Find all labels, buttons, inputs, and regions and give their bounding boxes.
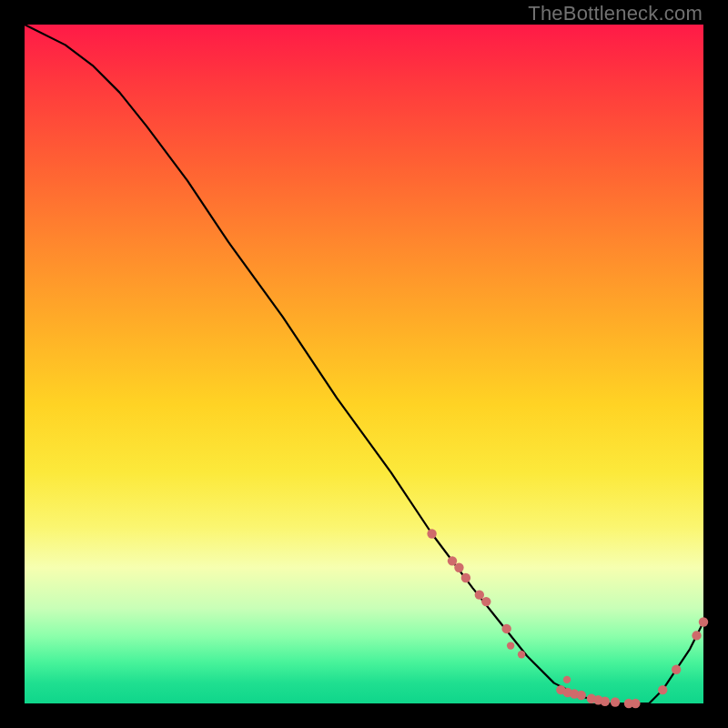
data-point [577,691,586,700]
data-point [692,631,701,640]
chart-svg [25,25,703,703]
bottleneck-curve [25,25,703,703]
watermark-text: TheBottleneck.com [528,2,703,25]
data-point [481,597,490,606]
plot-area [25,25,703,703]
data-point [611,697,620,706]
data-point [631,699,640,708]
data-point [699,617,708,626]
data-point [461,573,470,582]
data-point [501,624,511,633]
data-point [507,642,514,649]
data-point [518,651,525,658]
data-point [672,665,681,674]
data-point [658,685,667,694]
data-point [448,556,457,565]
data-point [475,590,484,599]
data-point [427,529,436,538]
data-point [601,697,610,706]
chart-frame: TheBottleneck.com [0,0,728,728]
data-point [563,676,571,683]
stray-markers [507,642,571,683]
data-point [454,563,463,572]
